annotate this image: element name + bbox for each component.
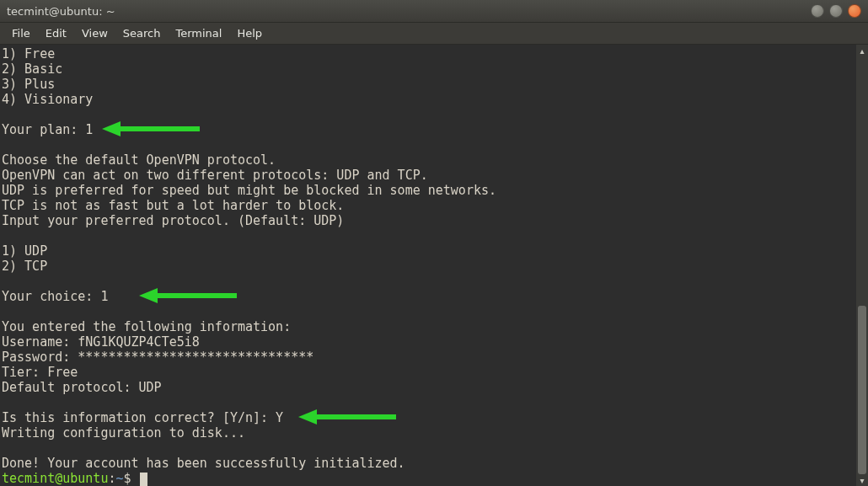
- done-line: Done! Your account has been successfully…: [2, 456, 405, 471]
- proto-line-5: Input your preferred protocol. (Default:…: [2, 213, 344, 228]
- summary-header: You entered the following information:: [2, 319, 291, 334]
- menu-terminal[interactable]: Terminal: [169, 24, 228, 42]
- shell-prompt-path: ~: [115, 471, 123, 486]
- proto-line-1: Choose the default OpenVPN protocol.: [2, 152, 276, 168]
- summary-protocol-label: Default protocol:: [2, 380, 139, 395]
- protocol-option-2: 2) TCP: [2, 259, 47, 274]
- window-controls: [811, 4, 861, 18]
- window-title: tecmint@ubuntu: ~: [7, 5, 811, 18]
- shell-prompt-end: $: [124, 471, 139, 486]
- menu-view[interactable]: View: [75, 24, 115, 42]
- scroll-up-icon[interactable]: ▴: [856, 45, 868, 56]
- choice-answer: 1: [100, 289, 108, 304]
- shell-prompt-user: tecmint@ubuntu: [2, 471, 108, 486]
- summary-username-label: Username:: [2, 334, 78, 350]
- maximize-button[interactable]: [829, 4, 843, 18]
- menu-file[interactable]: File: [5, 24, 37, 42]
- plan-option-4: 4) Visionary: [2, 92, 93, 107]
- minimize-button[interactable]: [811, 4, 824, 18]
- summary-password: *******************************: [78, 350, 313, 365]
- summary-tier: Free: [47, 365, 78, 380]
- menubar: File Edit View Search Terminal Help: [0, 23, 868, 45]
- summary-protocol: UDP: [139, 380, 162, 395]
- summary-tier-label: Tier:: [2, 365, 47, 380]
- proto-line-3: UDP is preferred for speed but might be …: [2, 183, 496, 198]
- menu-search[interactable]: Search: [116, 24, 168, 42]
- scrollbar[interactable]: ▴ ▾: [856, 45, 868, 486]
- choice-prompt-label: Your choice:: [2, 289, 100, 304]
- confirm-answer: Y: [276, 410, 283, 425]
- terminal-window: tecmint@ubuntu: ~ File Edit View Search …: [0, 0, 868, 486]
- writing-line: Writing configuration to disk...: [2, 425, 245, 441]
- titlebar[interactable]: tecmint@ubuntu: ~: [0, 0, 868, 23]
- proto-line-2: OpenVPN can act on two different protoco…: [2, 168, 428, 183]
- cursor-icon: [140, 473, 147, 486]
- scroll-down-icon[interactable]: ▾: [856, 474, 868, 486]
- terminal-output[interactable]: 1) Free 2) Basic 3) Plus 4) Visionary Yo…: [0, 45, 856, 486]
- plan-option-3: 3) Plus: [2, 77, 55, 92]
- plan-prompt-label: Your plan:: [2, 122, 85, 137]
- menu-help[interactable]: Help: [230, 24, 269, 42]
- plan-answer: 1: [85, 122, 93, 137]
- proto-line-4: TCP is not as fast but a lot harder to b…: [2, 198, 344, 213]
- scroll-thumb[interactable]: [858, 306, 866, 474]
- close-button[interactable]: [848, 4, 861, 18]
- summary-username: fNG1KQUZP4CTe5i8: [78, 334, 200, 350]
- protocol-option-1: 1) UDP: [2, 243, 47, 259]
- summary-password-label: Password:: [2, 350, 78, 365]
- plan-option-2: 2) Basic: [2, 61, 62, 77]
- plan-option-1: 1) Free: [2, 46, 55, 61]
- confirm-prompt-label: Is this information correct? [Y/n]:: [2, 410, 276, 425]
- terminal-area: 1) Free 2) Basic 3) Plus 4) Visionary Yo…: [0, 45, 868, 486]
- menu-edit[interactable]: Edit: [39, 24, 73, 42]
